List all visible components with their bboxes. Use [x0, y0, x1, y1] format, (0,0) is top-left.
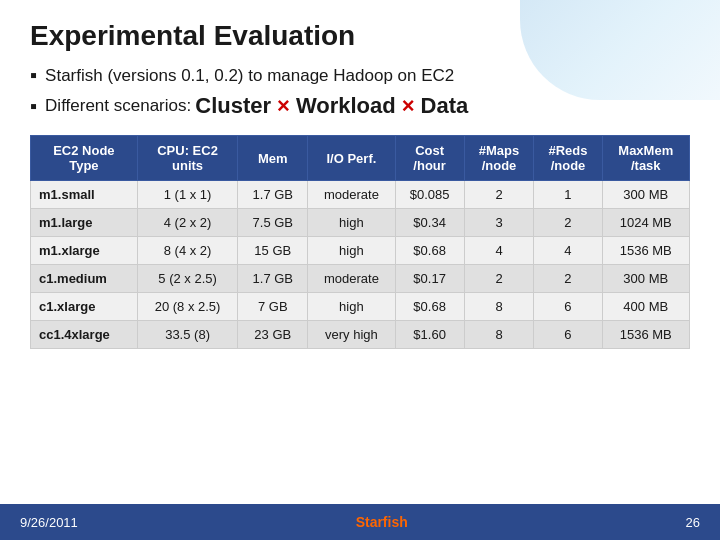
page-title: Experimental Evaluation: [30, 20, 690, 52]
table-row: m1.xlarge8 (4 x 2)15 GBhigh$0.68441536 M…: [31, 237, 690, 265]
header-io-perf: I/O Perf.: [308, 136, 395, 181]
table-row: m1.small1 (1 x 1)1.7 GBmoderate$0.085213…: [31, 181, 690, 209]
cell-reds_node: 4: [534, 237, 602, 265]
workload-text: Workload: [296, 93, 396, 119]
cell-cpu_units: 20 (8 x 2.5): [137, 293, 238, 321]
header-maxmem-task: MaxMem/task: [602, 136, 689, 181]
cell-maps_node: 2: [464, 181, 534, 209]
cell-cost_hour: $0.17: [395, 265, 464, 293]
cluster-text: Cluster: [195, 93, 271, 119]
cell-maps_node: 8: [464, 293, 534, 321]
subtitle-1-text: Starfish (versions 0.1, 0.2) to manage H…: [45, 66, 454, 86]
cell-io_perf: very high: [308, 321, 395, 349]
table-row: c1.xlarge20 (8 x 2.5)7 GBhigh$0.6886400 …: [31, 293, 690, 321]
footer-date: 9/26/2011: [20, 515, 78, 530]
cell-node_type: m1.xlarge: [31, 237, 138, 265]
cell-reds_node: 6: [534, 321, 602, 349]
bullet-1: ▪: [30, 64, 37, 87]
times-2: ×: [402, 93, 415, 119]
cell-io_perf: moderate: [308, 181, 395, 209]
bullet-2: ▪: [30, 95, 37, 118]
cell-maxmem_task: 1024 MB: [602, 209, 689, 237]
cell-mem: 23 GB: [238, 321, 308, 349]
page-footer: 9/26/2011 Starfish 26: [0, 504, 720, 540]
cell-maps_node: 2: [464, 265, 534, 293]
table-row: m1.large4 (2 x 2)7.5 GBhigh$0.34321024 M…: [31, 209, 690, 237]
cell-node_type: c1.medium: [31, 265, 138, 293]
cell-mem: 7 GB: [238, 293, 308, 321]
subtitle-2: ▪ Different scenarios: Cluster × Workloa…: [30, 93, 690, 119]
cell-node_type: m1.small: [31, 181, 138, 209]
cell-maxmem_task: 300 MB: [602, 265, 689, 293]
cell-cpu_units: 4 (2 x 2): [137, 209, 238, 237]
cell-maps_node: 4: [464, 237, 534, 265]
cell-maps_node: 3: [464, 209, 534, 237]
subtitle-1: ▪ Starfish (versions 0.1, 0.2) to manage…: [30, 64, 690, 87]
cell-cpu_units: 1 (1 x 1): [137, 181, 238, 209]
header-cpu-units: CPU: EC2units: [137, 136, 238, 181]
cell-io_perf: high: [308, 293, 395, 321]
cell-cpu_units: 8 (4 x 2): [137, 237, 238, 265]
header-cost-hour: Cost/hour: [395, 136, 464, 181]
cell-cost_hour: $0.34: [395, 209, 464, 237]
main-container: Experimental Evaluation ▪ Starfish (vers…: [0, 0, 720, 359]
cell-cpu_units: 5 (2 x 2.5): [137, 265, 238, 293]
cell-maxmem_task: 400 MB: [602, 293, 689, 321]
subtitle-2-prefix: Different scenarios:: [45, 96, 191, 116]
cell-io_perf: high: [308, 209, 395, 237]
footer-page: 26: [686, 515, 700, 530]
table-row: c1.medium5 (2 x 2.5)1.7 GBmoderate$0.172…: [31, 265, 690, 293]
header-ec2-node-type: EC2 NodeType: [31, 136, 138, 181]
cell-cost_hour: $0.085: [395, 181, 464, 209]
cell-cpu_units: 33.5 (8): [137, 321, 238, 349]
cell-reds_node: 6: [534, 293, 602, 321]
cell-io_perf: moderate: [308, 265, 395, 293]
times-1: ×: [277, 93, 290, 119]
cell-cost_hour: $1.60: [395, 321, 464, 349]
cell-maxmem_task: 1536 MB: [602, 321, 689, 349]
cell-mem: 1.7 GB: [238, 181, 308, 209]
cell-io_perf: high: [308, 237, 395, 265]
table-header-row: EC2 NodeType CPU: EC2units Mem I/O Perf.…: [31, 136, 690, 181]
ec2-table: EC2 NodeType CPU: EC2units Mem I/O Perf.…: [30, 135, 690, 349]
cell-cost_hour: $0.68: [395, 237, 464, 265]
header-reds-node: #Reds/node: [534, 136, 602, 181]
cell-reds_node: 2: [534, 265, 602, 293]
cell-mem: 1.7 GB: [238, 265, 308, 293]
cell-maxmem_task: 1536 MB: [602, 237, 689, 265]
cell-node_type: c1.xlarge: [31, 293, 138, 321]
cell-reds_node: 2: [534, 209, 602, 237]
header-mem: Mem: [238, 136, 308, 181]
header-maps-node: #Maps/node: [464, 136, 534, 181]
table-row: cc1.4xlarge33.5 (8)23 GBvery high$1.6086…: [31, 321, 690, 349]
data-table-wrapper: EC2 NodeType CPU: EC2units Mem I/O Perf.…: [30, 135, 690, 349]
cell-node_type: m1.large: [31, 209, 138, 237]
cell-maxmem_task: 300 MB: [602, 181, 689, 209]
cell-cost_hour: $0.68: [395, 293, 464, 321]
data-text: Data: [421, 93, 469, 119]
footer-brand: Starfish: [356, 514, 408, 530]
cell-mem: 7.5 GB: [238, 209, 308, 237]
cell-mem: 15 GB: [238, 237, 308, 265]
cell-maps_node: 8: [464, 321, 534, 349]
cell-node_type: cc1.4xlarge: [31, 321, 138, 349]
cell-reds_node: 1: [534, 181, 602, 209]
